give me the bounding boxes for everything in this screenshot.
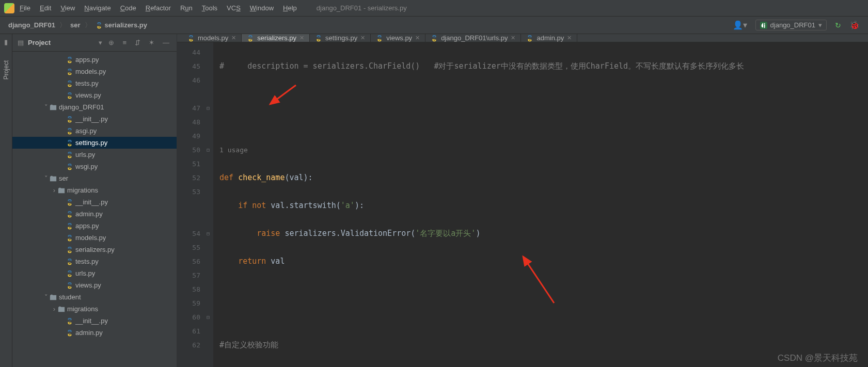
tree-item-label: admin.py: [75, 329, 103, 337]
tree-file[interactable]: asgi.py: [12, 125, 177, 137]
tree-file[interactable]: __init__.py: [12, 315, 177, 327]
python-icon: [66, 329, 75, 337]
tree-folder[interactable]: ˅student: [12, 291, 177, 303]
tree-file[interactable]: tests.py: [12, 256, 177, 267]
menu-window[interactable]: Window: [250, 4, 274, 12]
tree-folder[interactable]: ›migrations: [12, 184, 177, 196]
folder-icon: [58, 306, 67, 312]
tree-file[interactable]: wsgi.py: [12, 161, 177, 172]
tree-file[interactable]: serializers.py: [12, 244, 177, 256]
tab-label: views.py: [386, 34, 412, 42]
fold-marker[interactable]: ⊟: [207, 310, 210, 324]
locate-button[interactable]: ⊕: [106, 39, 116, 46]
menu-file[interactable]: File: [20, 4, 30, 12]
tree-file[interactable]: views.py: [12, 89, 177, 101]
project-tool-icon[interactable]: ▮: [4, 38, 8, 46]
editor-tab[interactable]: models.py✕: [182, 34, 242, 42]
editor-tab[interactable]: admin.py✕: [521, 34, 577, 42]
menu-tools[interactable]: Tools: [202, 4, 217, 12]
menu-vcs[interactable]: VCS: [227, 4, 241, 12]
expand-arrow[interactable]: ˅: [42, 293, 50, 301]
expand-arrow[interactable]: ˅: [42, 174, 50, 182]
expand-arrow[interactable]: ˅: [42, 103, 50, 111]
python-icon: [96, 22, 103, 29]
close-icon[interactable]: ✕: [231, 35, 236, 41]
project-tree[interactable]: apps.pymodels.pytests.pyviews.py˅django_…: [12, 52, 177, 341]
fold-marker[interactable]: ⊟: [207, 227, 210, 241]
tree-file[interactable]: tests.py: [12, 77, 177, 89]
code-editor[interactable]: # description = serializers.CharField() …: [213, 42, 868, 367]
close-icon[interactable]: ✕: [567, 35, 572, 41]
crumb-root[interactable]: django_DRF01: [8, 21, 55, 29]
close-icon[interactable]: ✕: [360, 35, 365, 41]
tree-file[interactable]: views.py: [12, 279, 177, 291]
gutter: 44454647⊟484950⊟51525354⊟555657585960⊟61…: [177, 42, 213, 367]
editor-tab[interactable]: django_DRF01\urls.py✕: [425, 34, 521, 42]
expand-arrow[interactable]: ›: [51, 186, 58, 194]
tree-file[interactable]: models.py: [12, 232, 177, 244]
python-icon: [376, 35, 383, 42]
breadcrumb[interactable]: django_DRF01 〉 ser 〉 serializers.py: [8, 21, 147, 30]
python-icon: [66, 139, 75, 147]
menu-navigate[interactable]: Navigate: [84, 4, 111, 12]
tab-label: serializers.py: [257, 34, 296, 42]
project-tree-header: ▤ Project ▾ ⊕ ≡ ⇵ ✶ —: [12, 34, 177, 52]
expand-arrow[interactable]: ›: [51, 305, 58, 313]
close-icon[interactable]: ✕: [415, 35, 420, 41]
editor-tab[interactable]: views.py✕: [371, 34, 425, 42]
gutter-line: 52: [177, 171, 213, 185]
project-tree-panel: ▤ Project ▾ ⊕ ≡ ⇵ ✶ — apps.pymodels.pyte…: [12, 34, 177, 367]
menu-help[interactable]: Help: [283, 4, 297, 12]
fold-marker[interactable]: ⊟: [207, 143, 210, 157]
close-icon[interactable]: ✕: [511, 35, 515, 41]
debug-button[interactable]: 🐞: [849, 20, 860, 30]
tree-item-label: asgi.py: [75, 127, 97, 135]
tab-label: settings.py: [325, 34, 357, 42]
menu-view[interactable]: View: [60, 4, 75, 12]
tree-file[interactable]: apps.py: [12, 220, 177, 232]
tree-file[interactable]: urls.py: [12, 267, 177, 279]
gutter-line: [177, 213, 213, 227]
hide-button[interactable]: —: [161, 39, 171, 46]
settings-button[interactable]: ✶: [147, 39, 156, 46]
tree-item-label: models.py: [75, 234, 106, 242]
tree-folder[interactable]: ›migrations: [12, 303, 177, 315]
editor-tabs: models.py✕serializers.py✕settings.py✕vie…: [177, 34, 868, 42]
tree-file[interactable]: admin.py: [12, 208, 177, 220]
tree-file[interactable]: models.py: [12, 66, 177, 77]
tree-item-label: django_DRF01: [59, 103, 104, 111]
gutter-line: 61: [177, 324, 213, 338]
tree-item-label: migrations: [67, 186, 98, 194]
menu-refactor[interactable]: Refactor: [146, 4, 171, 12]
expand-button[interactable]: ≡: [120, 39, 129, 46]
menu-run[interactable]: Run: [180, 4, 193, 12]
tree-folder[interactable]: ˅django_DRF01: [12, 101, 177, 113]
tree-file[interactable]: admin.py: [12, 327, 177, 339]
tree-item-label: apps.py: [75, 56, 99, 63]
tree-file[interactable]: settings.py: [12, 137, 177, 149]
user-button[interactable]: 👤▾: [733, 20, 747, 30]
tree-file[interactable]: __init__.py: [12, 113, 177, 125]
tool-window-bar: ▮ Project: [0, 34, 12, 367]
tree-file[interactable]: apps.py: [12, 54, 177, 66]
folder-icon: [50, 294, 59, 300]
project-tool-label[interactable]: Project: [3, 60, 10, 79]
tree-file[interactable]: urls.py: [12, 149, 177, 161]
tree-file[interactable]: __init__.py: [12, 196, 177, 208]
tree-item-label: views.py: [75, 91, 101, 99]
fold-marker[interactable]: ⊟: [207, 101, 210, 115]
tree-item-label: tests.py: [75, 79, 99, 87]
menu-edit[interactable]: Edit: [40, 4, 51, 12]
run-button[interactable]: ↻: [835, 21, 841, 29]
crumb-file[interactable]: serializers.py: [96, 21, 147, 29]
close-icon[interactable]: ✕: [299, 35, 304, 41]
editor-tab[interactable]: settings.py✕: [310, 34, 371, 42]
run-config-selector[interactable]: django_DRF01 ▾: [755, 20, 827, 30]
tree-folder[interactable]: ˅ser: [12, 172, 177, 184]
gutter-line: 44: [177, 45, 213, 59]
collapse-button[interactable]: ⇵: [133, 39, 143, 46]
menu-code[interactable]: Code: [120, 4, 136, 12]
editor-tab[interactable]: serializers.py✕: [242, 34, 310, 42]
crumb-mid[interactable]: ser: [70, 21, 81, 29]
gutter-line: 60⊟: [177, 310, 213, 324]
